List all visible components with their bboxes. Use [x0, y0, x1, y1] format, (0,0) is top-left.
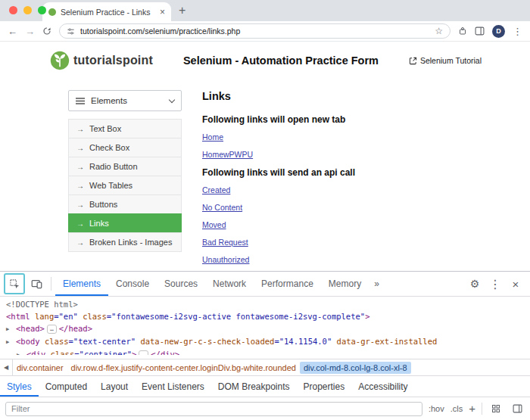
link-bad-request[interactable]: Bad Request	[202, 238, 248, 247]
expand-arrow-icon[interactable]: ▶	[17, 349, 26, 355]
inspect-icon	[9, 278, 20, 290]
devtools-tab-memory[interactable]: Memory	[321, 272, 369, 296]
bookmark-star-icon[interactable]: ☆	[435, 26, 443, 36]
back-icon[interactable]: ←	[8, 26, 17, 36]
tab-close-icon[interactable]: ×	[160, 8, 165, 17]
inspect-element-button[interactable]	[4, 273, 25, 294]
more-tabs-icon[interactable]: »	[369, 272, 385, 296]
breadcrumb-item[interactable]: div.row.d-flex.justify-content-center.lo…	[67, 362, 300, 374]
arrow-icon: →	[76, 144, 84, 152]
toggle-element-state-button[interactable]: :hov	[429, 404, 444, 413]
section-heading: Following links will open new tab	[202, 114, 482, 125]
devtools-tab-sources[interactable]: Sources	[157, 272, 205, 296]
arrow-icon: →	[76, 182, 84, 190]
forward-icon[interactable]: →	[25, 26, 35, 36]
tab-title: Selenium Practice - Links	[61, 8, 155, 17]
sidebar-item-buttons[interactable]: →Buttons	[68, 194, 182, 214]
device-toolbar-button[interactable]	[26, 272, 47, 296]
link-unauthorized[interactable]: Unauthorized	[202, 255, 249, 264]
dom-tree: <!DOCTYPE html><html lang="en" class="fo…	[0, 297, 530, 359]
sidebar-item-check-box[interactable]: →Check Box	[68, 138, 182, 157]
expand-arrow-icon[interactable]: ▶	[6, 323, 16, 335]
sidebar-item-web-tables[interactable]: →Web Tables	[68, 176, 182, 195]
toggle-class-button[interactable]: .cls	[450, 404, 463, 413]
breadcrumb-bar: ◀ div.containerdiv.row.d-flex.justify-co…	[0, 359, 530, 375]
styles-filter-input[interactable]	[5, 402, 422, 416]
browser-tab[interactable]: Selenium Practice - Links ×	[42, 2, 171, 21]
sidebar-item-broken-links-images[interactable]: →Broken Links - Images	[68, 232, 182, 252]
devtools-kebab-icon[interactable]: ⋮	[486, 277, 504, 291]
styles-tab-styles[interactable]: Styles	[0, 376, 39, 397]
grid-icon[interactable]	[488, 404, 504, 413]
devtools-tabs: ElementsConsoleSourcesNetworkPerformance…	[55, 272, 369, 296]
arrow-icon: →	[76, 163, 84, 171]
dom-line[interactable]: <html lang="en" class="fontawesome-i2svg…	[0, 310, 530, 322]
link-no-content[interactable]: No Content	[202, 203, 242, 212]
site-settings-icon[interactable]	[67, 27, 75, 36]
new-style-rule-button[interactable]: +	[469, 402, 475, 415]
devtools-toolbar: ElementsConsoleSourcesNetworkPerformance…	[0, 272, 530, 297]
link-moved[interactable]: Moved	[202, 220, 226, 229]
arrow-icon: →	[76, 238, 84, 247]
sidebar-item-links[interactable]: →Links	[68, 213, 182, 233]
new-tab-button[interactable]: +	[179, 5, 186, 17]
filter-bar-divider	[482, 403, 482, 415]
breadcrumb-scroll-left-icon[interactable]: ◀	[0, 359, 13, 375]
dom-line[interactable]: ▶<body class="text-center" data-new-gr-c…	[0, 335, 530, 348]
device-toolbar-icon	[31, 279, 42, 289]
devtools-tab-elements[interactable]: Elements	[55, 272, 108, 296]
sidebar-item-label: Links	[89, 219, 109, 228]
logo-icon	[50, 51, 70, 70]
maximize-window-button[interactable]	[38, 6, 46, 14]
page-body: Elements →Text Box→Check Box→Radio Butto…	[0, 70, 530, 271]
sidebar-item-radio-button[interactable]: →Radio Button	[68, 157, 182, 176]
tutorialspoint-logo[interactable]: tutorialspoint	[50, 51, 153, 70]
extensions-icon[interactable]	[458, 26, 467, 36]
settings-gear-icon[interactable]: ⚙	[466, 278, 484, 290]
side-panel-icon[interactable]	[475, 26, 485, 36]
breadcrumb-item[interactable]: div.col-md-8.col-lg-8.col-xl-8	[300, 362, 411, 374]
dom-line[interactable]: <!DOCTYPE html>	[0, 298, 530, 310]
styles-tab-properties[interactable]: Properties	[297, 376, 352, 397]
expand-arrow-icon[interactable]: ▶	[6, 336, 16, 348]
devtools-tab-console[interactable]: Console	[108, 272, 157, 296]
selenium-tutorial-link[interactable]: Selenium Tutorial	[409, 56, 482, 65]
styles-tab-layout[interactable]: Layout	[94, 376, 135, 397]
styles-tab-accessibility[interactable]: Accessibility	[351, 376, 414, 397]
dom-line[interactable]: ▶<head>…</head>	[0, 322, 530, 335]
styles-tab-dom-breakpoints[interactable]: DOM Breakpoints	[211, 376, 297, 397]
devtools-close-icon[interactable]: ×	[507, 278, 525, 291]
arrow-icon: →	[76, 201, 84, 209]
devtools-tab-network[interactable]: Network	[205, 272, 254, 296]
breadcrumb-item[interactable]: div.container	[13, 362, 67, 374]
external-link-icon	[409, 57, 417, 65]
sidebar-item-label: Buttons	[89, 200, 117, 209]
sidebar-item-label: Web Tables	[89, 181, 132, 190]
arrow-icon: →	[76, 219, 84, 228]
sidebar-header[interactable]: Elements	[68, 90, 182, 111]
panel-toggle-icon[interactable]	[510, 404, 525, 413]
page-title: Selenium - Automation Practice Form	[153, 54, 409, 67]
devtools-tab-performance[interactable]: Performance	[254, 272, 321, 296]
link-home[interactable]: Home	[202, 132, 223, 142]
devtools-panel: ElementsConsoleSourcesNetworkPerformance…	[0, 271, 530, 420]
profile-avatar[interactable]: D	[492, 25, 505, 38]
link-created[interactable]: Created	[202, 185, 230, 194]
hamburger-menu-icon	[76, 98, 85, 104]
dom-line[interactable]: ▶<div class="container">…</div>	[0, 348, 530, 355]
link-homewpwpu[interactable]: HomewPWPU	[202, 150, 253, 159]
reload-icon[interactable]	[42, 26, 51, 36]
web-page: tutorialspoint Selenium - Automation Pra…	[0, 42, 530, 271]
tab-favicon	[48, 8, 56, 16]
menu-kebab-icon[interactable]: ⋮	[513, 26, 522, 37]
window-controls	[9, 6, 46, 14]
styles-tab-computed[interactable]: Computed	[39, 376, 94, 397]
sidebar-item-text-box[interactable]: →Text Box	[68, 119, 182, 138]
sidebar-item-label: Broken Links - Images	[89, 238, 172, 247]
minimize-window-button[interactable]	[23, 6, 32, 14]
close-window-button[interactable]	[9, 6, 17, 14]
styles-tab-event-listeners[interactable]: Event Listeners	[135, 376, 211, 397]
address-bar[interactable]: tutorialspoint.com/selenium/practice/lin…	[59, 23, 450, 39]
arrow-icon: →	[76, 125, 84, 133]
section-heading: Following links will send an api call	[202, 167, 482, 178]
